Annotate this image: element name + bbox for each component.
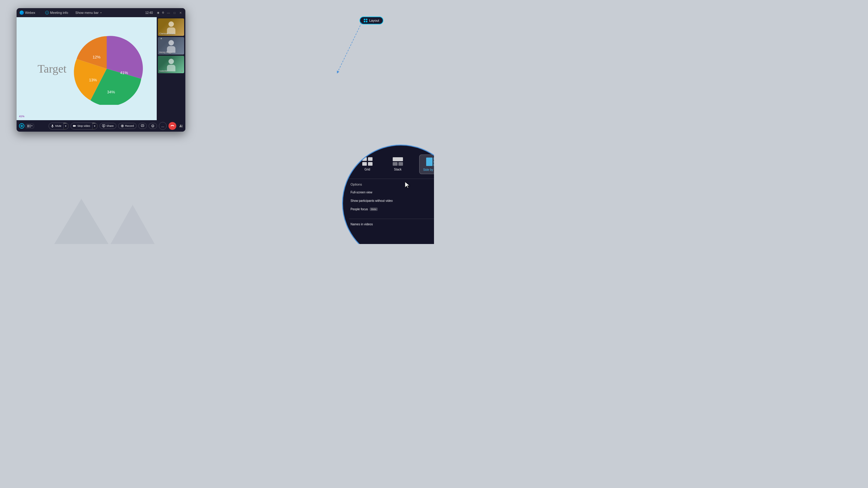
presentation-area: Target xyxy=(17,17,157,120)
stop-video-arrow-button[interactable]: ▾ xyxy=(92,123,97,129)
layout-mini-icon xyxy=(27,125,31,127)
participants-sidebar: Clarissa Smith 🎤 Henry Riggs xyxy=(157,17,185,120)
body-icon-3 xyxy=(167,65,176,71)
svg-line-17 xyxy=(142,125,143,126)
fullscreen-label: Full-screen view xyxy=(350,191,372,194)
layout-button-label: Layout xyxy=(369,19,379,22)
mute-button-group[interactable]: Mute ▾ xyxy=(49,123,69,130)
svg-rect-2 xyxy=(27,125,29,127)
names-in-videos-row[interactable]: Names in videos › xyxy=(343,219,434,229)
pie-label-34: 34% xyxy=(107,90,115,94)
toolbar-left: ▾ xyxy=(19,123,34,129)
chart-area: Target xyxy=(17,17,157,120)
henry-mic-icon: 🎤 xyxy=(159,38,162,41)
svg-rect-4 xyxy=(30,126,31,127)
svg-rect-5 xyxy=(52,125,53,127)
svg-point-21 xyxy=(153,125,153,126)
share-icon xyxy=(102,124,105,127)
stack-layout-icon xyxy=(393,157,403,166)
maximize-button[interactable]: □ xyxy=(173,11,176,14)
svg-point-13 xyxy=(103,125,104,126)
end-call-icon xyxy=(170,125,175,127)
svg-rect-32 xyxy=(426,158,433,166)
activity-svg xyxy=(20,124,23,127)
mute-arrow-button[interactable]: ▾ xyxy=(63,123,68,129)
participant-thumb-clarissa[interactable]: Clarissa Smith xyxy=(158,19,184,36)
svg-rect-34 xyxy=(433,161,434,163)
mute-label: Mute xyxy=(55,124,61,127)
svg-marker-9 xyxy=(75,125,76,127)
video-layout-mini[interactable]: ▾ xyxy=(26,124,34,128)
more-label: ... xyxy=(161,124,164,128)
names-in-videos-label: Names in videos xyxy=(350,223,373,226)
svg-line-24 xyxy=(338,23,362,72)
layout-option-stack[interactable]: Stack xyxy=(389,155,407,174)
pie-label-12: 12% xyxy=(93,55,101,59)
svg-rect-16 xyxy=(141,125,144,127)
pie-svg: 41% 34% 13% 12% xyxy=(70,33,143,105)
svg-rect-8 xyxy=(73,125,75,127)
close-button[interactable]: ✕ xyxy=(179,11,182,14)
svg-point-1 xyxy=(22,126,22,127)
grid-layout-icon xyxy=(362,157,373,166)
stop-video-main-button[interactable]: Stop video xyxy=(71,123,92,129)
stop-video-button-group[interactable]: Stop video ▾ xyxy=(70,123,98,130)
share-button[interactable]: Share xyxy=(99,123,116,129)
svg-rect-30 xyxy=(393,162,398,166)
beta-badge: Beta xyxy=(370,207,378,211)
more-button[interactable]: ... xyxy=(159,122,167,130)
record-button[interactable]: Record xyxy=(118,123,136,129)
svg-point-23 xyxy=(182,125,183,126)
activity-icon xyxy=(19,123,24,129)
chevron-down-icon: ▾ xyxy=(100,11,101,14)
side-by-side-label: Side by side xyxy=(423,168,434,171)
meeting-info-label: Meeting info xyxy=(50,11,68,14)
sidebar-partial-label: 41% xyxy=(19,115,24,118)
participant-thumb-isabelle[interactable]: Isabelle ⊞ xyxy=(158,56,184,73)
mic-icon xyxy=(51,124,54,127)
participants-count xyxy=(179,124,183,127)
participant-name-clarissa: Clarissa Smith xyxy=(159,32,175,35)
participant-thumb-henry[interactable]: 🎤 Henry Riggs xyxy=(158,37,184,55)
mute-main-button[interactable]: Mute xyxy=(49,123,63,129)
layout-option-side-by-side[interactable]: Side by side xyxy=(419,155,434,174)
record-label: Record xyxy=(125,124,134,127)
participants-icon xyxy=(179,124,183,127)
head-icon xyxy=(168,22,174,27)
grid-label: Grid xyxy=(364,168,370,171)
whiteboard-button[interactable] xyxy=(138,123,147,129)
layout-button-icon xyxy=(364,19,367,22)
minimize-button[interactable]: — xyxy=(167,11,170,14)
show-participants-label: Show participants without video xyxy=(350,199,393,202)
side-by-side-icon-svg xyxy=(426,157,434,166)
svg-rect-27 xyxy=(362,162,367,166)
participant-name-isabelle: Isabelle xyxy=(159,70,167,72)
video-icon xyxy=(73,124,76,127)
pie-chart: 41% 34% 13% 12% xyxy=(70,33,143,105)
settings-icon: ⚙ xyxy=(162,11,164,14)
svg-point-15 xyxy=(122,125,123,127)
title-bar: Webex · i Meeting info Show menu bar ▾ 1… xyxy=(17,8,185,17)
layout-button[interactable]: Layout xyxy=(360,17,383,24)
isabelle-layout-icon: ⊞ xyxy=(181,70,183,72)
side-by-side-layout-icon xyxy=(426,157,434,166)
stop-video-label: Stop video xyxy=(77,124,90,127)
head-icon-3 xyxy=(168,59,174,64)
reactions-button[interactable] xyxy=(149,123,157,129)
record-icon xyxy=(121,124,124,127)
webex-logo: Webex xyxy=(20,10,35,15)
stack-label: Stack xyxy=(394,168,401,171)
svg-rect-31 xyxy=(398,162,403,166)
show-menu-bar-button[interactable]: Show menu bar ▾ xyxy=(73,10,103,15)
stats-icon: ◉ xyxy=(157,11,159,14)
meeting-info-button[interactable]: i Meeting info xyxy=(43,10,70,15)
chart-title: Target xyxy=(38,62,67,75)
app-title: Webex xyxy=(25,11,35,14)
people-focus-option-row: People focus Beta xyxy=(350,207,434,212)
end-call-button[interactable] xyxy=(168,122,176,130)
webex-logo-icon xyxy=(20,10,24,15)
share-label: Share xyxy=(106,124,114,127)
show-participants-option-row: Show participants without video xyxy=(350,198,434,203)
reactions-icon xyxy=(151,124,154,127)
show-menu-label: Show menu bar xyxy=(75,11,98,14)
